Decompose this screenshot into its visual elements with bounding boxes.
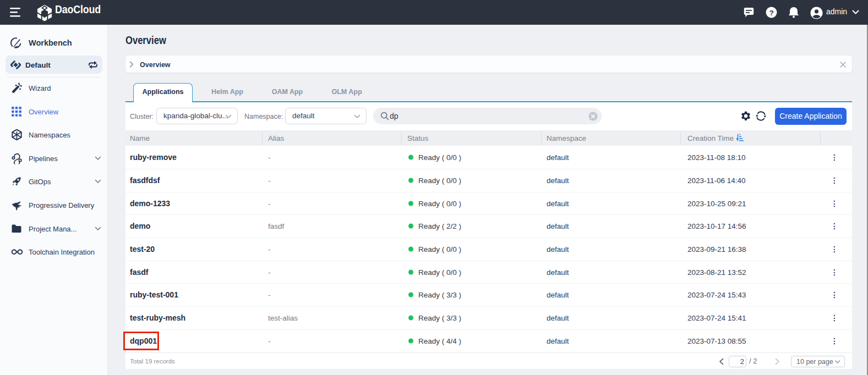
svg-text:?: ? (769, 9, 773, 17)
